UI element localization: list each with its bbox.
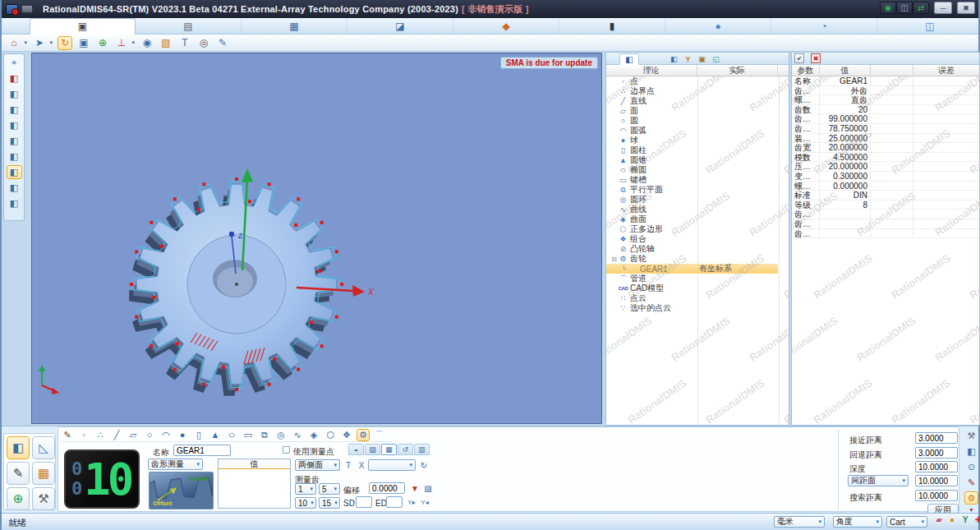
- minitab-rotate[interactable]: ↺: [398, 444, 413, 455]
- flank-forward-icon[interactable]: Y▸: [406, 496, 417, 508]
- tab-window[interactable]: ◫: [877, 18, 980, 35]
- cube-measure-icon[interactable]: ◧: [7, 165, 22, 179]
- flank-select[interactable]: 两侧面▾: [295, 459, 340, 471]
- cube-select-off-icon[interactable]: ◧: [7, 71, 22, 85]
- param-row[interactable]: 等级 8: [792, 200, 979, 210]
- cube-report-icon[interactable]: ◧: [7, 196, 22, 210]
- strip-zoom[interactable]: ⊙: [964, 460, 978, 473]
- sync-user-icon[interactable]: ⇄: [913, 2, 929, 14]
- screens-icon[interactable]: ◫: [896, 2, 913, 14]
- cube-actual-icon[interactable]: ◧: [7, 103, 22, 117]
- tooth-2-select[interactable]: 5▾: [319, 483, 340, 495]
- snapshot-icon[interactable]: ◎: [196, 36, 211, 50]
- cone-tool-icon[interactable]: ▲: [209, 429, 222, 441]
- tab-colors[interactable]: ◆: [453, 18, 559, 35]
- polygon-tool-icon[interactable]: ⬡: [324, 429, 337, 441]
- tab-probe[interactable]: ◪: [347, 18, 453, 35]
- probe-axis-icon[interactable]: X: [356, 459, 367, 471]
- grid-crate[interactable]: ▦: [32, 462, 55, 485]
- status-table-icon[interactable]: ▰: [933, 514, 945, 525]
- basket-icon[interactable]: ▣: [697, 53, 707, 64]
- cube-annotate-icon[interactable]: ◧: [7, 134, 22, 148]
- gear-tool-icon[interactable]: ⚙: [357, 429, 370, 441]
- elements-tab[interactable]: ◧: [619, 53, 639, 65]
- measure-type-select[interactable]: 齿形测量▾: [148, 459, 203, 470]
- param-row[interactable]: 标准 DIN: [792, 191, 979, 200]
- tooth-1-select[interactable]: 1▾: [295, 483, 316, 495]
- rotate-view-icon[interactable]: ↻: [58, 36, 72, 50]
- tree-selected-point-cloud[interactable]: ∵ 选中的点云: [606, 303, 789, 313]
- value-table[interactable]: 值: [218, 459, 291, 509]
- pin-icon[interactable]: ⌖: [7, 56, 22, 70]
- param-row[interactable]: 装… 25.000000: [792, 134, 979, 144]
- palette-icon[interactable]: ▧: [159, 36, 173, 50]
- param-column-header[interactable]: 参数: [792, 65, 820, 76]
- surface-tool-icon[interactable]: ◈: [307, 429, 320, 441]
- cursor-icon[interactable]: ➤: [32, 36, 47, 50]
- param-row[interactable]: 齿…: [792, 210, 979, 219]
- probe-tip-icon[interactable]: T: [343, 459, 354, 471]
- name-input[interactable]: [173, 445, 231, 456]
- coord-system-icon[interactable]: ⊥: [114, 36, 129, 50]
- pattern-select[interactable]: ▾: [368, 459, 416, 471]
- param-row[interactable]: 齿… 78.750000: [792, 124, 979, 134]
- arc-tool-icon[interactable]: ◠: [159, 429, 173, 441]
- probe-tool-icon[interactable]: ✎: [61, 429, 74, 441]
- tab-clock[interactable]: ◔: [771, 18, 877, 35]
- minitab-card[interactable]: ▥: [414, 444, 430, 455]
- strip-probe[interactable]: ✎: [964, 476, 978, 489]
- combination-tool-icon[interactable]: ❖: [340, 429, 353, 441]
- gear-profile-preview[interactable]: Profile Offset: [149, 472, 214, 509]
- coord-select[interactable]: Cart▾: [886, 516, 927, 528]
- joystick-icon[interactable]: ◉: [880, 2, 896, 14]
- status-probe-icon[interactable]: ✚: [973, 514, 980, 525]
- tree-expander-icon[interactable]: ⊟: [610, 256, 618, 263]
- param-row[interactable]: 模数 4.500000: [792, 153, 979, 163]
- param-row[interactable]: 齿宽 20.000000: [792, 143, 979, 153]
- confirm-icon[interactable]: ✔: [794, 53, 804, 63]
- parallel-planes-tool-icon[interactable]: ⧉: [258, 429, 271, 441]
- cube-pick-icon[interactable]: ◧: [7, 118, 22, 132]
- filter-icon[interactable]: Y: [683, 53, 693, 64]
- tree-expander-icon[interactable]: └: [620, 265, 628, 273]
- angle-select[interactable]: 角度▾: [833, 516, 882, 528]
- viewport-3d[interactable]: XZ SMA is due for update: [31, 53, 602, 424]
- grid-probe[interactable]: ✎: [7, 462, 30, 485]
- spacing-input[interactable]: [915, 475, 958, 486]
- circle-tool-icon[interactable]: ○: [143, 429, 156, 441]
- menu-icon[interactable]: [21, 5, 33, 13]
- tab-cloud[interactable]: ●: [665, 18, 771, 35]
- param-row[interactable]: 齿… 99.000000: [792, 114, 979, 124]
- marquee-select-icon[interactable]: ▣: [76, 36, 91, 50]
- sphere-tool-icon[interactable]: ●: [176, 429, 189, 441]
- point-tool-icon[interactable]: ◦: [77, 429, 90, 441]
- strip-gear[interactable]: ⚙: [964, 491, 978, 505]
- error-column-header[interactable]: 误差: [913, 65, 979, 76]
- units-select[interactable]: 毫米▾: [774, 516, 825, 528]
- param-row[interactable]: 齿数 20: [792, 105, 979, 115]
- stats-icon[interactable]: ◱: [711, 53, 721, 64]
- curve-tool-icon[interactable]: ∿: [291, 429, 304, 441]
- plane-tool-icon[interactable]: ▱: [127, 429, 140, 441]
- grid-axes[interactable]: ⊕: [7, 487, 30, 510]
- param-row[interactable]: 螺… 直齿: [792, 95, 979, 105]
- param-row[interactable]: 齿… 外齿: [792, 86, 979, 96]
- slot-tool-icon[interactable]: ▭: [242, 429, 255, 441]
- use-measure-points-checkbox[interactable]: [283, 446, 290, 454]
- status-axes-icon[interactable]: Y: [959, 514, 971, 525]
- clear-probe-icon[interactable]: ✎: [215, 36, 230, 50]
- param-row[interactable]: 变… 0.300000: [792, 172, 979, 182]
- tooth-4-select[interactable]: 15▾: [319, 497, 340, 509]
- tab-home[interactable]: ▣: [30, 18, 136, 35]
- search-distance-input[interactable]: [915, 490, 958, 501]
- axes-cube-icon[interactable]: ⊕: [95, 36, 110, 50]
- minitab-graph[interactable]: ▨: [365, 444, 380, 455]
- theory-column-header[interactable]: 理论: [606, 65, 697, 76]
- ed-input[interactable]: [386, 496, 403, 508]
- tree-gear[interactable]: ⊟ ⚙ 齿轮: [606, 254, 789, 264]
- pipe-tool-icon[interactable]: ⌒: [373, 429, 386, 441]
- spacing-plane-select[interactable]: 间距面▾: [848, 475, 909, 486]
- grid-ruler[interactable]: ◺: [32, 436, 55, 459]
- param-row[interactable]: 压… 20.000000: [792, 162, 979, 172]
- refresh-icon[interactable]: ↻: [418, 459, 430, 471]
